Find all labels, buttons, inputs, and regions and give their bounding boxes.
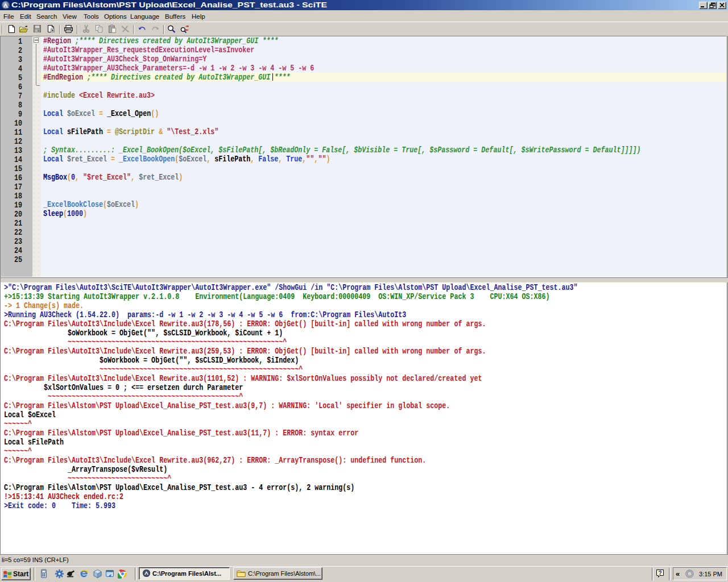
svg-text:?: ? <box>658 570 661 576</box>
